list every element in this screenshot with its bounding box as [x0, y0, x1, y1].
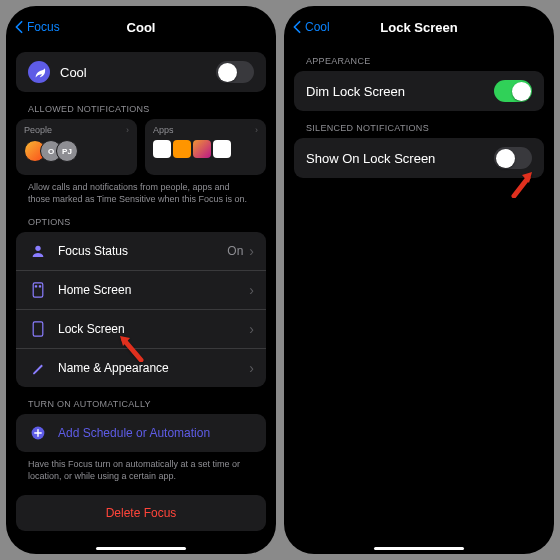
chevron-right-icon: › — [249, 321, 254, 337]
phone-right: Cool Lock Screen APPEARANCE Dim Lock Scr… — [284, 6, 554, 554]
people-label: People — [24, 125, 52, 135]
plus-circle-icon — [28, 423, 48, 443]
allowed-footer: Allow calls and notifications from peopl… — [16, 175, 266, 205]
chevron-left-icon — [14, 20, 24, 34]
name-appearance-row[interactable]: Name & Appearance › — [16, 349, 266, 387]
dim-toggle[interactable] — [494, 80, 532, 102]
home-indicator[interactable] — [96, 547, 186, 551]
row-label: Dim Lock Screen — [306, 84, 405, 99]
svg-rect-4 — [33, 322, 43, 336]
nav-bar: Focus Cool — [6, 10, 276, 44]
back-button[interactable]: Cool — [292, 20, 330, 34]
row-label: Name & Appearance — [58, 361, 169, 375]
people-avatars: O PJ — [24, 140, 129, 162]
auto-label: TURN ON AUTOMATICALLY — [16, 387, 266, 414]
options-group: Focus Status On › Home Screen › Lock Scr… — [16, 232, 266, 387]
apps-label: Apps — [153, 125, 174, 135]
chevron-left-icon — [292, 20, 302, 34]
chevron-right-icon: › — [255, 125, 258, 135]
apps-box[interactable]: Apps› ⋮⋮ — [145, 119, 266, 175]
focus-name: Cool — [60, 65, 87, 80]
focus-header-row[interactable]: Cool — [16, 52, 266, 92]
phone-lock-icon — [28, 319, 48, 339]
show-on-lock-row[interactable]: Show On Lock Screen .phone:last-child .t… — [294, 138, 544, 178]
page-title: Lock Screen — [380, 20, 457, 35]
home-indicator[interactable] — [374, 547, 464, 551]
chevron-right-icon: › — [249, 360, 254, 376]
page-title: Cool — [127, 20, 156, 35]
options-label: OPTIONS — [16, 205, 266, 232]
red-arrow-icon — [508, 168, 538, 198]
content: APPEARANCE Dim Lock Screen SILENCED NOTI… — [284, 44, 554, 554]
appearance-label: APPEARANCE — [294, 44, 544, 71]
home-screen-row[interactable]: Home Screen › — [16, 271, 266, 310]
add-schedule-row[interactable]: Add Schedule or Automation — [16, 414, 266, 452]
dim-lock-row[interactable]: Dim Lock Screen — [294, 71, 544, 111]
chevron-right-icon: › — [249, 243, 254, 259]
row-label: Show On Lock Screen — [306, 151, 435, 166]
app-icons: ⋮⋮ — [153, 140, 258, 158]
row-value: On — [227, 244, 243, 258]
show-toggle[interactable]: .phone:last-child .toggle:not(.on)::afte… — [494, 147, 532, 169]
delete-label: Delete Focus — [106, 506, 177, 520]
chevron-right-icon: › — [249, 282, 254, 298]
chevron-right-icon: › — [126, 125, 129, 135]
delete-focus-row[interactable]: Delete Focus — [16, 495, 266, 531]
people-box[interactable]: People› O PJ — [16, 119, 137, 175]
silenced-label: SILENCED NOTIFICATIONS — [294, 111, 544, 138]
svg-rect-2 — [35, 285, 37, 287]
back-button[interactable]: Focus — [14, 20, 60, 34]
auto-footer: Have this Focus turn on automatically at… — [16, 452, 266, 482]
phone-left: Focus Cool Cool ALLOWED NOTIFICATIONS Pe… — [6, 6, 276, 554]
add-schedule-label: Add Schedule or Automation — [58, 426, 210, 440]
row-label: Focus Status — [58, 244, 128, 258]
svg-rect-3 — [39, 285, 41, 287]
back-label: Cool — [305, 20, 330, 34]
back-label: Focus — [27, 20, 60, 34]
row-label: Lock Screen — [58, 322, 125, 336]
row-label: Home Screen — [58, 283, 131, 297]
phone-home-icon — [28, 280, 48, 300]
svg-rect-1 — [33, 283, 43, 297]
pencil-icon — [28, 358, 48, 378]
allowed-label: ALLOWED NOTIFICATIONS — [16, 92, 266, 119]
lock-screen-row[interactable]: Lock Screen › — [16, 310, 266, 349]
content: Cool ALLOWED NOTIFICATIONS People› O PJ … — [6, 44, 276, 554]
nav-bar: Cool Lock Screen — [284, 10, 554, 44]
svg-point-0 — [35, 246, 40, 251]
leaf-icon — [28, 61, 50, 83]
focus-status-row[interactable]: Focus Status On › — [16, 232, 266, 271]
person-icon — [28, 241, 48, 261]
focus-toggle[interactable] — [216, 61, 254, 83]
